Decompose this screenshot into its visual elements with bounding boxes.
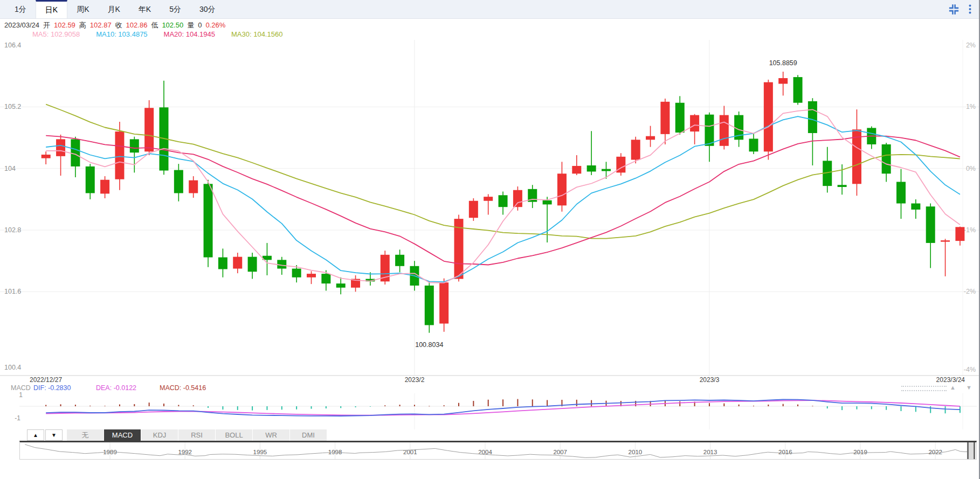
macd-title: MACD [11,384,31,392]
indicator-tabs: 无MACDKDJRSIBOLLWRDMI [67,429,327,441]
close-label: 收 [115,20,122,30]
kebab-menu-icon[interactable] [969,4,971,14]
open-label: 开 [43,20,50,30]
macd-macd-value: MACD: -0.5416 [160,384,206,392]
indicator-tab-WR[interactable]: WR [253,429,289,441]
x-axis-label-0: 2022/12/27 [30,376,62,384]
macd-dea-value: DEA: -0.0122 [96,384,136,392]
svg-text:105.2: 105.2 [4,103,21,110]
high-value: 102.87 [90,21,112,29]
svg-text:-4%: -4% [964,366,976,373]
svg-text:2%: 2% [966,41,976,49]
macd-dif-value: DIF: -0.2830 [33,384,71,392]
open-value: 102.59 [54,21,75,29]
indicator-tab-KDJ[interactable]: KDJ [141,429,178,441]
change-percent: 0.26% [205,21,225,29]
indicator-tab-MACD[interactable]: MACD [104,429,141,441]
timeline-navigator[interactable]: 1989199219951998200120042007201020132016… [19,441,977,460]
svg-text:2010: 2010 [629,449,643,455]
svg-text:104: 104 [4,165,16,172]
period-tab-bar: 1分日K周K月K年K5分30分 [0,0,979,19]
indicator-up-button[interactable]: ▲ [27,429,44,441]
indicator-tab-bar: ▲ ▼ 无MACDKDJRSIBOLLWRDMI [0,429,980,441]
period-tab-5[interactable]: 5分 [160,0,190,18]
volume-value: 0 [198,21,202,29]
ma-legend-item-3: MA30: 104.1560 [231,30,282,39]
svg-text:2022: 2022 [928,449,942,455]
period-tab-1[interactable]: 日K [36,0,67,18]
svg-text:-2%: -2% [964,288,976,295]
svg-text:2016: 2016 [778,449,792,455]
svg-text:-1%: -1% [964,226,976,234]
collapse-icon[interactable] [949,4,959,15]
pane-collapse-down-icon[interactable]: ▼ [966,384,972,391]
pane-collapse-up-icon[interactable]: ▲ [950,384,956,391]
macd-legend: MACD DIF: -0.2830 DEA: -0.0122 MACD: -0.… [0,384,980,393]
indicator-tab-BOLL[interactable]: BOLL [216,429,252,441]
quote-date: 2023/03/24 [4,21,39,29]
indicator-down-button[interactable]: ▼ [45,429,63,441]
volume-label: 量 [187,20,194,30]
svg-text:100.8034: 100.8034 [415,341,443,349]
price-chart-pane[interactable]: 106.4105.2104102.8101.6100.42%1%0%-1%-2%… [0,40,980,376]
svg-text:101.6: 101.6 [4,288,21,295]
kline-chart-app: 1分日K周K月K年K5分30分 2023/03/24 开 102.59 高 10… [0,0,980,479]
svg-text:0%: 0% [966,165,976,172]
svg-text:1995: 1995 [253,449,267,455]
navigator-svg: 1989199219951998200120042007201020132016… [20,442,976,459]
period-tab-2[interactable]: 周K [67,0,98,18]
ma-legend-item-0: MA5: 102.9058 [32,30,80,39]
period-tab-6[interactable]: 30分 [190,0,225,18]
x-axis-label-2: 2023/3 [700,376,720,384]
macd-axis-top: 1 [6,391,23,399]
indicator-tab-DMI[interactable]: DMI [290,429,327,441]
svg-text:100.4: 100.4 [4,364,21,371]
svg-text:2007: 2007 [553,449,567,455]
price-chart-svg: 106.4105.2104102.8101.6100.42%1%0%-1%-2%… [0,40,980,376]
svg-text:2019: 2019 [853,449,867,455]
svg-text:102.8: 102.8 [4,226,21,234]
topbar-icons [949,0,971,18]
x-axis: 2022/12/272023/22023/32023/3/24 [0,376,980,384]
ma-legend-item-1: MA10: 103.4875 [96,30,147,39]
period-tabs: 1分日K周K月K年K5分30分 [0,0,225,18]
close-value: 102.86 [126,21,148,29]
svg-text:106.4: 106.4 [4,41,21,49]
indicator-tab-无[interactable]: 无 [67,429,103,441]
period-tab-3[interactable]: 月K [98,0,129,18]
navigator-slider-handle[interactable] [967,442,975,459]
high-label: 高 [79,20,86,30]
quote-summary: 2023/03/24 开 102.59 高 102.87 收 102.86 低 … [4,20,225,29]
macd-axis-bottom: -1 [4,414,20,422]
svg-text:1%: 1% [966,103,976,110]
low-label: 低 [151,20,158,30]
ma-legend-item-2: MA20: 104.1945 [164,30,215,39]
indicator-tab-RSI[interactable]: RSI [178,429,215,441]
x-axis-label-1: 2023/2 [405,376,425,384]
period-tab-0[interactable]: 1分 [5,0,36,18]
pane-resize-grip[interactable] [901,386,947,391]
x-axis-label-3: 2023/3/24 [936,376,965,384]
period-tab-4[interactable]: 年K [129,0,160,18]
low-value: 102.50 [162,21,183,29]
svg-text:105.8859: 105.8859 [769,59,797,67]
macd-chart-svg [0,393,980,429]
macd-chart-pane[interactable] [0,393,980,429]
svg-text:2013: 2013 [703,449,717,455]
ma-legend: MA5: 102.9058MA10: 103.4875MA20: 104.194… [32,30,282,39]
